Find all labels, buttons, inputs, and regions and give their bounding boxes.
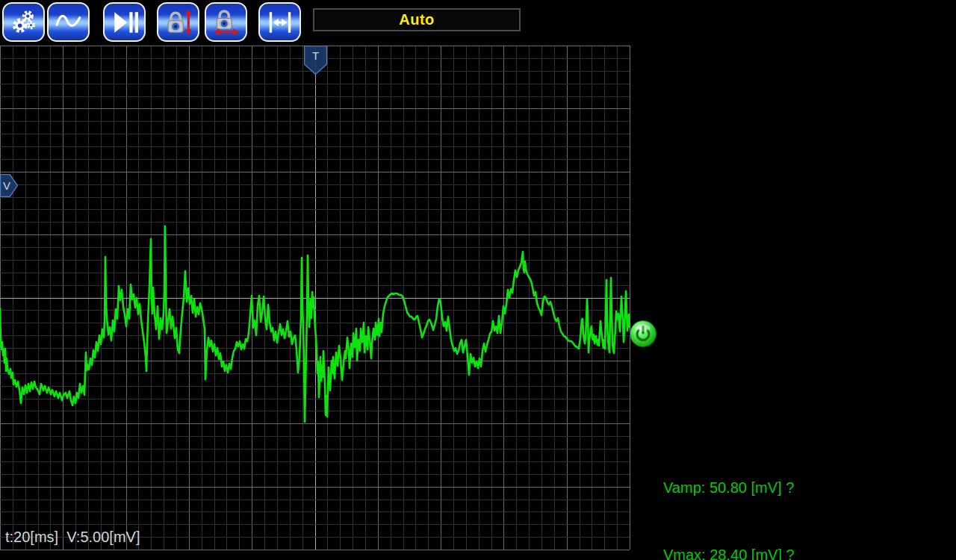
- oscilloscope-app: T V t:20[ms] V:5.00[mV]: [0, 0, 956, 560]
- lock-vertical-scale-button[interactable]: [157, 2, 199, 42]
- play-pause-icon: [111, 8, 139, 37]
- trigger-marker-label: T: [312, 49, 319, 62]
- measurement-vmax: Vmax: 28.40 [mV] ?: [663, 544, 795, 560]
- vertical-arrow: [184, 10, 191, 34]
- scale-readout: t:20[ms] V:5.00[mV]: [5, 529, 140, 546]
- power-icon: [630, 321, 657, 347]
- trigger-level-marker[interactable]: V: [0, 174, 18, 197]
- scope-view[interactable]: T V t:20[ms] V:5.00[mV]: [0, 0, 630, 560]
- width-arrows-icon: [266, 8, 294, 37]
- lock-horizontal-arrow-icon: [211, 7, 241, 37]
- horizontal-arrow: [214, 28, 238, 35]
- gears-icon: [10, 8, 38, 37]
- measurements-panel: Vamp: 50.80 [mV] ? Vmax: 28.40 [mV] ? Vm…: [663, 432, 795, 560]
- trigger-mode-display[interactable]: Auto: [313, 8, 521, 31]
- measurement-vamp: Vamp: 50.80 [mV] ?: [663, 476, 795, 499]
- waveform-source-button[interactable]: [47, 2, 90, 42]
- level-marker-label: V: [3, 179, 10, 192]
- lock-horizontal-scale-button[interactable]: [205, 2, 247, 42]
- time-measure-button[interactable]: [258, 2, 301, 42]
- lock-vertical-arrow-icon: [164, 7, 193, 37]
- power-button[interactable]: [629, 320, 657, 348]
- trigger-time-marker[interactable]: T: [304, 46, 327, 75]
- waveform-trace: [0, 226, 630, 422]
- run-pause-button[interactable]: [103, 2, 146, 42]
- sine-wave-icon: [54, 8, 84, 37]
- settings-button[interactable]: [2, 2, 45, 42]
- scope-canvas: [0, 0, 630, 560]
